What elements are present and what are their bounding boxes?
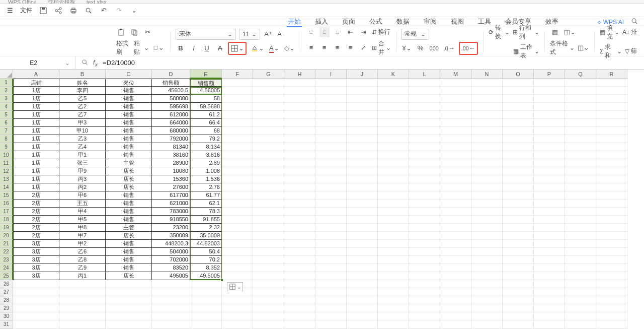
cell-G30[interactable] bbox=[253, 312, 284, 320]
table-style-icon[interactable]: ▦ bbox=[550, 27, 560, 37]
cell-K28[interactable] bbox=[378, 296, 409, 304]
cell-L20[interactable] bbox=[409, 232, 440, 240]
cell-H26[interactable] bbox=[284, 280, 315, 288]
cell-M6[interactable] bbox=[440, 119, 471, 127]
menu-item-视图[interactable]: 视图 bbox=[450, 17, 465, 27]
cell-J15[interactable] bbox=[347, 191, 378, 200]
cell-D31[interactable] bbox=[152, 320, 190, 328]
cell-L27[interactable] bbox=[409, 288, 440, 296]
cell-M16[interactable] bbox=[440, 200, 471, 208]
cell-D8[interactable]: 792000 bbox=[152, 135, 190, 143]
cut-icon[interactable]: ✂ bbox=[142, 27, 152, 37]
cell-Q30[interactable] bbox=[565, 312, 596, 320]
cell-E30[interactable] bbox=[190, 312, 222, 320]
cell-B25[interactable]: 丙1 bbox=[59, 272, 106, 280]
cell-L25[interactable] bbox=[409, 272, 440, 280]
cell-Q6[interactable] bbox=[565, 119, 596, 127]
cell-A27[interactable] bbox=[13, 288, 59, 296]
cell-O21[interactable] bbox=[503, 240, 534, 248]
cell-O15[interactable] bbox=[503, 191, 534, 200]
cell-L23[interactable] bbox=[409, 256, 440, 264]
cell-K26[interactable] bbox=[378, 280, 409, 288]
cell-A31[interactable] bbox=[13, 320, 59, 328]
cell-C16[interactable]: 销售 bbox=[106, 200, 152, 208]
cell-P24[interactable] bbox=[534, 264, 565, 272]
cell-H28[interactable] bbox=[284, 296, 315, 304]
cell-N26[interactable] bbox=[471, 280, 503, 288]
cell-M17[interactable] bbox=[440, 208, 471, 216]
row-header-27[interactable]: 27 bbox=[0, 288, 13, 296]
cell-H30[interactable] bbox=[284, 312, 315, 320]
decrease-indent-icon[interactable]: ⇤ bbox=[346, 27, 356, 37]
cell-O13[interactable] bbox=[503, 175, 534, 183]
cell-R23[interactable] bbox=[596, 256, 627, 264]
cell-O28[interactable] bbox=[503, 296, 534, 304]
orientation-icon[interactable]: ⤢ bbox=[359, 43, 369, 53]
cell-H17[interactable] bbox=[284, 208, 315, 216]
cell-N13[interactable] bbox=[471, 175, 503, 183]
paste-icon[interactable] bbox=[116, 27, 126, 37]
cell-D28[interactable] bbox=[152, 296, 190, 304]
cell-K22[interactable] bbox=[378, 248, 409, 256]
cell-P25[interactable] bbox=[534, 272, 565, 280]
row-header-4[interactable]: 4 bbox=[0, 103, 13, 111]
cell-J4[interactable] bbox=[347, 103, 378, 111]
cell-P9[interactable] bbox=[534, 143, 565, 151]
cell-N9[interactable] bbox=[471, 143, 503, 151]
cell-E23[interactable]: 70.2 bbox=[190, 256, 222, 264]
cell-C17[interactable]: 销售 bbox=[106, 208, 152, 216]
row-header-2[interactable]: 2 bbox=[0, 87, 13, 95]
cell-R16[interactable] bbox=[596, 200, 627, 208]
cell-K1[interactable] bbox=[378, 79, 409, 87]
row-header-30[interactable]: 30 bbox=[0, 312, 13, 320]
row-header-5[interactable]: 5 bbox=[0, 111, 13, 119]
cell-H25[interactable] bbox=[284, 272, 315, 280]
cell-Q20[interactable] bbox=[565, 232, 596, 240]
col-header-C[interactable]: C bbox=[106, 70, 152, 79]
col-header-I[interactable]: I bbox=[315, 70, 347, 79]
cell-A28[interactable] bbox=[13, 296, 59, 304]
name-box[interactable]: E2 ⌄ bbox=[0, 56, 75, 69]
cell-I9[interactable] bbox=[315, 143, 347, 151]
cell-I4[interactable] bbox=[315, 103, 347, 111]
cell-P28[interactable] bbox=[534, 296, 565, 304]
undo-icon[interactable]: ↶ bbox=[100, 7, 108, 15]
cell-B26[interactable] bbox=[59, 280, 106, 288]
cell-J8[interactable] bbox=[347, 135, 378, 143]
menu-item-开始[interactable]: 开始 bbox=[287, 17, 302, 27]
cell-D9[interactable]: 81340 bbox=[152, 143, 190, 151]
cell-K3[interactable] bbox=[378, 95, 409, 103]
cell-D19[interactable]: 23200 bbox=[152, 224, 190, 232]
cell-C4[interactable]: 销售 bbox=[106, 103, 152, 111]
cell-I3[interactable] bbox=[315, 95, 347, 103]
cell-M11[interactable] bbox=[440, 159, 471, 167]
cell-I29[interactable] bbox=[315, 304, 347, 312]
cell-N16[interactable] bbox=[471, 200, 503, 208]
cell-A26[interactable] bbox=[13, 280, 59, 288]
cell-J29[interactable] bbox=[347, 304, 378, 312]
cell-B29[interactable] bbox=[59, 304, 106, 312]
cell-I6[interactable] bbox=[315, 119, 347, 127]
align-center-icon[interactable]: ≡ bbox=[319, 43, 330, 53]
cell-O30[interactable] bbox=[503, 312, 534, 320]
cell-G8[interactable] bbox=[253, 135, 284, 143]
cell-F12[interactable] bbox=[222, 167, 253, 175]
row-header-15[interactable]: 15 bbox=[0, 191, 13, 200]
decrease-decimal-icon[interactable]: .00← bbox=[460, 43, 476, 53]
cell-G27[interactable] bbox=[253, 288, 284, 296]
cell-G26[interactable] bbox=[253, 280, 284, 288]
worksheet-dropdown[interactable]: ▦工作表⌄ bbox=[513, 43, 539, 60]
cell-I27[interactable] bbox=[315, 288, 347, 296]
cell-P2[interactable] bbox=[534, 87, 565, 95]
cell-B31[interactable] bbox=[59, 320, 106, 328]
row-header-19[interactable]: 19 bbox=[0, 224, 13, 232]
redo-icon[interactable]: ↷ bbox=[115, 7, 123, 15]
cell-Q25[interactable] bbox=[565, 272, 596, 280]
cell-K19[interactable] bbox=[378, 224, 409, 232]
cell-E29[interactable] bbox=[190, 304, 222, 312]
cell-F5[interactable] bbox=[222, 111, 253, 119]
cell-P12[interactable] bbox=[534, 167, 565, 175]
cell-P31[interactable] bbox=[534, 320, 565, 328]
cell-G5[interactable] bbox=[253, 111, 284, 119]
row-header-13[interactable]: 13 bbox=[0, 175, 13, 183]
